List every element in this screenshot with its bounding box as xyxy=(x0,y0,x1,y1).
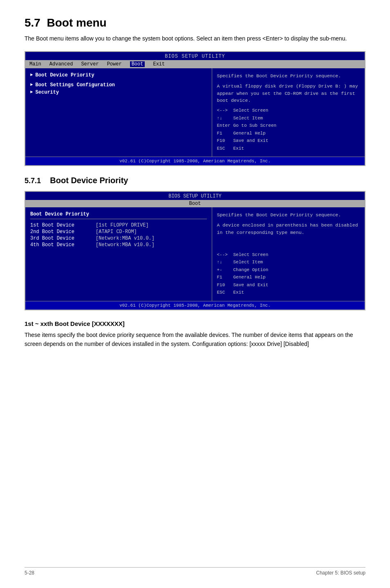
device-subheading: 1st ~ xxth Boot Device [XXXXXXX] xyxy=(25,320,365,327)
key-esc-key: ESC xyxy=(217,145,232,152)
boot-key-f10-key: F10 xyxy=(217,282,232,289)
boot-help-para-1: Specifies the Boot Device Priority seque… xyxy=(217,211,360,218)
boot-key-esc-desc: Exit xyxy=(233,289,244,296)
boot-label-4th: 4th Boot Device xyxy=(30,242,96,248)
boot-device-priority-label: Boot Device Priority xyxy=(36,72,94,78)
boot-label-3rd: 3rd Boot Device xyxy=(30,236,96,241)
footer-page-number: 5-28 xyxy=(25,570,34,576)
boot-key-change-key: +- xyxy=(217,267,232,274)
bios-main-footer: v02.61 (C)Copyright 1985-2008, American … xyxy=(25,157,365,165)
boot-value-1st: [1st FLOPPY DRIVE] xyxy=(96,222,149,228)
device-body-text: These items specify the boot device prio… xyxy=(25,330,365,349)
key-item-key: ↑↓ xyxy=(217,115,232,122)
boot-key-change-desc: Change Option xyxy=(233,267,269,274)
boot-key-hint-f10: F10 Save and Exit xyxy=(217,282,360,289)
key-hint-screen: <--> Select Screen xyxy=(217,107,360,114)
key-hint-enter: Enter Go to Sub Screen xyxy=(217,122,360,129)
boot-key-hint-change: +- Change Option xyxy=(217,267,360,274)
boot-settings-label: Boot Settings Configuration xyxy=(36,82,115,88)
key-hint-item: ↑↓ Select Item xyxy=(217,115,360,122)
boot-help-para-2: A device enclosed in parenthesis has bee… xyxy=(217,222,360,236)
key-hint-esc: ESC Exit xyxy=(217,145,360,152)
section-title: 5.7 Boot menu xyxy=(25,16,365,29)
bios-main-menubar: Main Advanced Server Power Boot Exit xyxy=(25,60,365,68)
bios-boot-footer: v02.61 (C)Copyright 1985-2008, American … xyxy=(25,301,365,310)
menu-main[interactable]: Main xyxy=(29,61,41,67)
menu-server[interactable]: Server xyxy=(81,61,99,67)
boot-label-1st: 1st Boot Device xyxy=(30,222,96,228)
boot-row-1st[interactable]: 1st Boot Device [1st FLOPPY DRIVE] xyxy=(30,222,207,228)
boot-key-esc-key: ESC xyxy=(217,289,232,296)
footer-chapter: Chapter 5: BIOS setup xyxy=(316,570,365,576)
bios-main-titlebar: BIOS SETUP UTILITY xyxy=(25,52,365,60)
bios-main-right: Specifies the Boot Device Priority seque… xyxy=(212,68,365,157)
boot-key-hint-f1: F1 General Help xyxy=(217,274,360,281)
bios-item-boot-settings[interactable]: ► Boot Settings Configuration xyxy=(30,82,207,88)
menu-exit[interactable]: Exit xyxy=(153,61,165,67)
key-hint-f10: F10 Save and Exit xyxy=(217,137,360,144)
bios-item-security[interactable]: ► Security xyxy=(30,90,207,95)
boot-key-item-key: ↑↓ xyxy=(217,259,232,266)
bios-main-screen: BIOS SETUP UTILITY Main Advanced Server … xyxy=(25,51,365,166)
subsection-heading: 5.7.1 Boot Device Priority xyxy=(25,176,365,185)
security-label: Security xyxy=(36,90,59,95)
menu-power[interactable]: Power xyxy=(107,61,122,67)
menu-boot[interactable]: Boot xyxy=(130,61,145,67)
boot-value-4th: [Network:MBA v10.0.] xyxy=(96,242,155,248)
key-f10-key: F10 xyxy=(217,137,232,144)
boot-value-3rd: [Network:MBA v10.0.] xyxy=(96,236,155,241)
arrow-icon: ► xyxy=(30,72,33,77)
bios-boot-body: Boot Device Priority 1st Boot Device [1s… xyxy=(25,207,365,301)
key-enter-key: Enter xyxy=(217,122,232,129)
boot-key-f10-desc: Save and Exit xyxy=(233,282,269,289)
menu-advanced[interactable]: Advanced xyxy=(49,61,73,67)
device-subheading-container: 1st ~ xxth Boot Device [XXXXXXX] These i… xyxy=(25,320,365,349)
help-para-2: A virtual floppy disk drive (Floppy Driv… xyxy=(217,83,360,104)
boot-key-hint-screen: <--> Select Screen xyxy=(217,251,360,258)
key-hint-f1: F1 General Help xyxy=(217,130,360,137)
bios-main-body: ► Boot Device Priority ► Boot Settings C… xyxy=(25,68,365,157)
key-f1-key: F1 xyxy=(217,130,232,137)
boot-value-2nd: [ATAPI CD-ROM] xyxy=(96,229,137,235)
bios-item-boot-device-priority[interactable]: ► Boot Device Priority xyxy=(30,72,207,78)
bios-boot-right: Specifies the Boot Device Priority seque… xyxy=(212,207,365,301)
bios-boot-titlebar: BIOS SETUP UTILITY xyxy=(25,192,365,200)
help-para-1: Specifies the Boot Device Priority seque… xyxy=(217,72,360,79)
arrow-icon-2: ► xyxy=(30,82,33,87)
boot-key-screen-key: <--> xyxy=(217,251,232,258)
boot-key-f1-desc: General Help xyxy=(233,274,266,281)
boot-key-hint-item: ↑↓ Select Item xyxy=(217,259,360,266)
key-screen-desc: Select Screen xyxy=(233,107,269,114)
boot-key-f1-key: F1 xyxy=(217,274,232,281)
arrow-icon-3: ► xyxy=(30,90,33,94)
key-f1-desc: General Help xyxy=(233,130,266,137)
bios-boot-activetab: Boot xyxy=(25,200,365,207)
boot-row-3rd[interactable]: 3rd Boot Device [Network:MBA v10.0.] xyxy=(30,236,207,241)
bios-boot-screen: BIOS SETUP UTILITY Boot Boot Device Prio… xyxy=(25,191,365,310)
key-enter-desc: Go to Sub Screen xyxy=(233,122,277,129)
help-text-main: Specifies the Boot Device Priority seque… xyxy=(217,72,360,152)
bios-boot-table: 1st Boot Device [1st FLOPPY DRIVE] 2nd B… xyxy=(30,222,207,248)
bios-boot-header: Boot Device Priority xyxy=(30,211,207,219)
key-f10-desc: Save and Exit xyxy=(233,137,269,144)
boot-key-item-desc: Select Item xyxy=(233,259,263,266)
section-intro: The Boot menu items allow you to change … xyxy=(25,34,365,43)
bios-boot-left: Boot Device Priority 1st Boot Device [1s… xyxy=(25,207,212,301)
boot-key-hint-esc: ESC Exit xyxy=(217,289,360,296)
page-footer: 5-28 Chapter 5: BIOS setup xyxy=(25,567,365,576)
boot-key-screen-desc: Select Screen xyxy=(233,251,269,258)
bios-main-left: ► Boot Device Priority ► Boot Settings C… xyxy=(25,68,212,157)
key-item-desc: Select Item xyxy=(233,115,263,122)
boot-row-2nd[interactable]: 2nd Boot Device [ATAPI CD-ROM] xyxy=(30,229,207,235)
boot-label-2nd: 2nd Boot Device xyxy=(30,229,96,235)
section-heading: 5.7 Boot menu xyxy=(25,16,365,29)
boot-row-4th[interactable]: 4th Boot Device [Network:MBA v10.0.] xyxy=(30,242,207,248)
key-screen-key: <--> xyxy=(217,107,232,114)
subsection-title: 5.7.1 Boot Device Priority xyxy=(25,176,365,185)
help-text-boot: Specifies the Boot Device Priority seque… xyxy=(217,211,360,296)
key-esc-desc: Exit xyxy=(233,145,244,152)
